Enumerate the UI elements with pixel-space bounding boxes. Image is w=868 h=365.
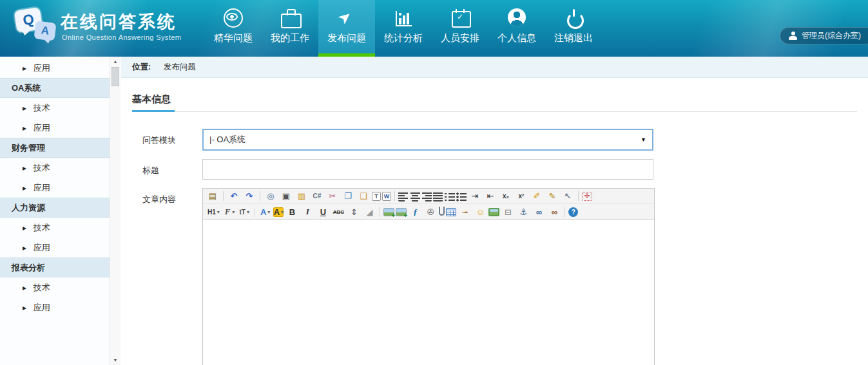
cut[interactable]: ✂ <box>325 190 340 203</box>
nav-item-my-work[interactable]: 我的工作 <box>262 0 318 57</box>
horizontal-rule[interactable]: ╼ <box>458 205 472 218</box>
source-code[interactable]: ▤ <box>206 190 220 203</box>
redo[interactable]: ↷ <box>242 190 256 203</box>
nav-item-label: 我的工作 <box>271 32 309 44</box>
fullscreen[interactable]: ✛ <box>582 192 592 201</box>
insert-image[interactable] <box>383 208 394 216</box>
anchor[interactable]: ⚓ <box>516 205 530 218</box>
heading-format[interactable]: H1 <box>206 205 222 218</box>
sidebar-item-report-app[interactable]: 应用 <box>0 297 110 317</box>
sidebar-group-report[interactable]: 报表分析 <box>0 257 110 277</box>
italic[interactable]: I <box>300 205 314 218</box>
justify-left[interactable] <box>398 191 409 201</box>
image-gallery[interactable] <box>488 208 499 216</box>
content-label: 文章内容 <box>142 188 202 365</box>
scroll-down-icon[interactable]: ▼ <box>110 358 121 362</box>
sidebar-item-label: 应用 <box>34 63 50 73</box>
quick-format[interactable]: ✎ <box>545 190 559 203</box>
user-badge[interactable]: 管理员(综合办室) <box>780 27 868 44</box>
justify-full[interactable] <box>433 191 443 201</box>
paste[interactable]: ❑ <box>356 190 371 203</box>
paste-as-text[interactable]: T <box>372 192 381 201</box>
template[interactable]: ▥ <box>294 190 309 203</box>
sidebar-group-hr[interactable]: 人力资源 <box>0 198 110 218</box>
insert-media[interactable]: ✇ <box>423 205 438 218</box>
sidebar-item-label: OA系统 <box>12 83 41 93</box>
scrollbar-thumb[interactable] <box>111 67 119 86</box>
tab-basic-info[interactable]: 基本信息 <box>132 93 171 111</box>
sidebar-item-finance-tech[interactable]: 技术 <box>0 158 110 178</box>
toolbar-separator <box>255 207 255 217</box>
sidebar-scrollbar[interactable]: ▲ ▼ <box>110 57 121 365</box>
calendar-icon <box>448 8 472 28</box>
page-break[interactable]: ⊟ <box>501 205 515 218</box>
sidebar-item-label: 应用 <box>34 123 50 133</box>
tab-active-indicator <box>132 110 175 112</box>
sidebar-group-finance[interactable]: 财务管理 <box>0 138 110 158</box>
sidebar-item-label: 技术 <box>34 163 50 173</box>
title-input[interactable] <box>202 159 653 180</box>
send-icon <box>335 8 358 28</box>
editor-toolbar-row2: H1FtTAABIUABC⇕◢ƒ✇╼☺⊟⚓∞∞? <box>203 204 654 220</box>
underline[interactable]: U <box>316 205 330 218</box>
scroll-up-icon[interactable]: ▲ <box>110 59 121 64</box>
nav-item-staff-schedule[interactable]: 人员安排 <box>432 0 488 57</box>
sidebar-item-label: 人力资源 <box>12 203 45 212</box>
insert-table[interactable] <box>446 208 456 216</box>
highlight-color[interactable]: A <box>273 207 284 217</box>
editor-body[interactable] <box>203 220 654 365</box>
undo[interactable]: ↶ <box>227 190 241 203</box>
multi-image-upload[interactable] <box>396 208 407 216</box>
toolbar-separator <box>564 207 565 217</box>
sidebar-group-oa-system[interactable]: OA系统 <box>0 78 110 98</box>
remove-format[interactable]: ◢ <box>362 205 376 218</box>
help[interactable]: ? <box>568 207 578 217</box>
toolbar-separator <box>578 191 579 201</box>
strikethrough[interactable]: ABC <box>331 205 345 218</box>
emoticons[interactable]: ☺ <box>473 205 487 218</box>
line-height[interactable]: ⇕ <box>347 205 361 218</box>
copy[interactable]: ❐ <box>341 190 355 203</box>
insert-file[interactable] <box>439 207 445 216</box>
paste-from-word[interactable]: W <box>382 192 391 201</box>
sidebar-item-label: 应用 <box>34 183 50 192</box>
nav-item-statistics[interactable]: 统计分析 <box>375 0 432 57</box>
sidebar-item-hr-app[interactable]: 应用 <box>0 238 110 257</box>
insert-flash[interactable]: ƒ <box>408 205 422 218</box>
module-select[interactable]: |- OA系统 ▼ <box>202 129 653 151</box>
sidebar-item-hr-tech[interactable]: 技术 <box>0 218 110 238</box>
nav-item-logout[interactable]: 注销退出 <box>545 0 602 57</box>
subscript[interactable]: x₂ <box>499 190 513 203</box>
print[interactable]: ▣ <box>279 190 293 203</box>
nav-item-label: 个人信息 <box>497 32 536 44</box>
sidebar-item-oa-app[interactable]: 应用 <box>0 118 110 138</box>
font-size[interactable]: tT <box>238 205 251 218</box>
nav-item-essence-questions[interactable]: 精华问题 <box>205 0 262 57</box>
bold[interactable]: B <box>285 205 299 218</box>
insert-link[interactable]: ∞ <box>532 205 546 218</box>
sidebar: 应用 OA系统 技术 应用 财务管理 技术 应用 人力资源 技术 应用 报表分析… <box>0 57 110 365</box>
outdent[interactable]: ⇤ <box>483 190 497 203</box>
nav-item-personal-info[interactable]: 个人信息 <box>488 0 545 57</box>
unordered-list[interactable] <box>456 191 467 201</box>
select-all[interactable]: ↖ <box>561 190 575 203</box>
font-family[interactable]: F <box>223 205 236 218</box>
format-brush[interactable]: ✐ <box>530 190 544 203</box>
sidebar-item-report-tech[interactable]: 技术 <box>0 277 110 297</box>
bar-chart-icon <box>392 8 415 28</box>
preview[interactable]: ◎ <box>264 190 278 203</box>
justify-center[interactable] <box>410 191 420 201</box>
sidebar-item-finance-app[interactable]: 应用 <box>0 178 110 198</box>
nav-item-publish-question[interactable]: 发布问题 <box>318 0 375 57</box>
unlink[interactable]: ∞ <box>547 205 561 218</box>
superscript[interactable]: x² <box>514 190 528 203</box>
insert-code[interactable]: C# <box>310 190 324 203</box>
ordered-list[interactable] <box>445 191 455 201</box>
sidebar-item-oa-tech[interactable]: 技术 <box>0 98 110 118</box>
app-logo: Q A <box>13 6 59 50</box>
indent[interactable]: ⇥ <box>468 190 482 203</box>
sidebar-item-app-top[interactable]: 应用 <box>0 58 110 78</box>
justify-right[interactable] <box>421 191 432 201</box>
text-color[interactable]: A <box>258 205 272 218</box>
module-label: 问答模块 <box>142 129 202 151</box>
